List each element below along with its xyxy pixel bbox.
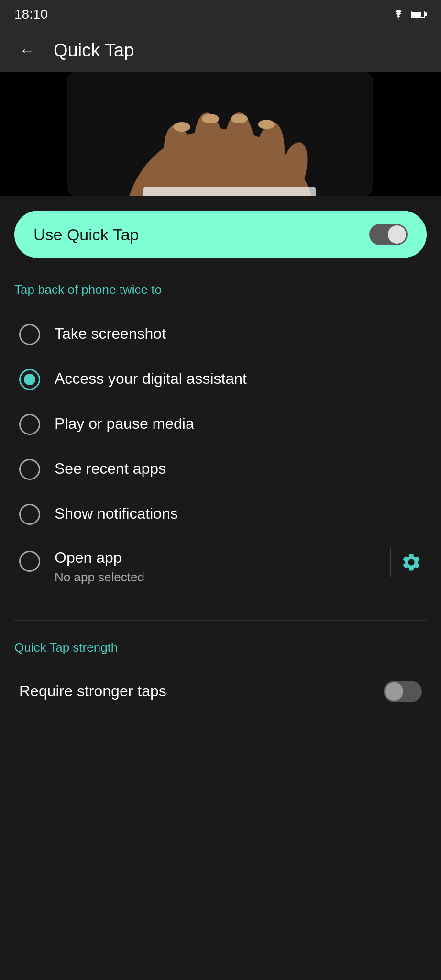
wifi-icon [391, 9, 406, 20]
status-bar: 18:10 [0, 0, 441, 29]
svg-point-16 [258, 120, 275, 129]
status-icons [391, 9, 427, 20]
require-stronger-row[interactable]: Require stronger taps [14, 669, 427, 713]
use-quick-tap-card[interactable]: Use Quick Tap [14, 211, 427, 258]
radio-options-list: Take screenshot Access your digital assi… [14, 312, 427, 596]
radio-item-assistant[interactable]: Access your digital assistant [14, 356, 427, 401]
radio-label-openapp: Open app [55, 548, 375, 568]
page-title: Quick Tap [54, 40, 134, 61]
svg-point-15 [231, 114, 248, 123]
back-button[interactable]: ← [14, 37, 39, 64]
open-app-divider [390, 548, 391, 577]
hero-image [0, 72, 441, 196]
radio-item-notifications[interactable]: Show notifications [14, 491, 427, 536]
radio-circle-assistant [19, 369, 40, 390]
radio-circle-screenshot [19, 324, 40, 345]
radio-circle-notifications [19, 504, 40, 525]
gear-icon[interactable] [401, 552, 422, 573]
radio-label-recent: See recent apps [55, 459, 166, 479]
strength-section: Quick Tap strength Require stronger taps [14, 640, 427, 713]
radio-circle-recent [19, 459, 40, 480]
use-quick-tap-label: Use Quick Tap [33, 225, 139, 244]
hand-illustration [0, 72, 441, 196]
require-stronger-label: Require stronger taps [19, 682, 166, 700]
svg-point-14 [202, 114, 219, 123]
battery-icon [411, 10, 427, 19]
radio-item-media[interactable]: Play or pause media [14, 401, 427, 446]
radio-item-openapp[interactable]: Open app No app selected [14, 536, 427, 596]
radio-label-notifications: Show notifications [55, 504, 178, 524]
radio-label-screenshot: Take screenshot [55, 324, 166, 344]
strength-section-label: Quick Tap strength [14, 640, 427, 655]
svg-rect-2 [412, 12, 421, 17]
require-stronger-toggle[interactable] [384, 681, 422, 702]
top-bar: ← Quick Tap [0, 29, 441, 72]
open-app-right [390, 548, 422, 577]
tap-section-label: Tap back of phone twice to [14, 282, 427, 297]
status-time: 18:10 [14, 7, 48, 22]
radio-circle-openapp [19, 551, 40, 572]
use-quick-tap-toggle[interactable] [369, 224, 408, 245]
svg-rect-1 [425, 12, 427, 16]
section-divider [14, 620, 427, 621]
radio-label-media: Play or pause media [55, 414, 194, 434]
content-area: Use Quick Tap Tap back of phone twice to… [0, 196, 441, 728]
svg-point-13 [173, 122, 190, 132]
radio-label-assistant: Access your digital assistant [55, 369, 247, 389]
radio-sublabel-openapp: No app selected [55, 570, 375, 585]
open-app-text-group: Open app No app selected [55, 548, 375, 585]
radio-circle-media [19, 414, 40, 435]
radio-item-screenshot[interactable]: Take screenshot [14, 312, 427, 356]
radio-item-recent[interactable]: See recent apps [14, 446, 427, 491]
svg-rect-12 [143, 187, 316, 196]
